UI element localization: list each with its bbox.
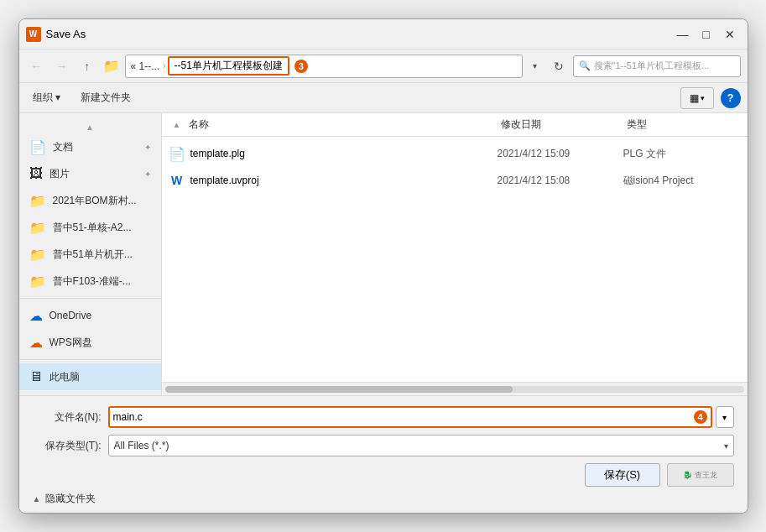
breadcrumb-badge: 3	[294, 60, 308, 73]
sidebar-label-pzh51: 普中51单片机开...	[53, 248, 151, 262]
breadcrumb-active-segment: --51单片机工程模板创建 3	[168, 56, 308, 76]
search-placeholder-text: 搜索"1--51单片机工程模板...	[594, 60, 710, 72]
wps-icon: ☁	[29, 335, 43, 351]
breadcrumb-bar[interactable]: « 1--... › --51单片机工程模板创建 3	[125, 55, 523, 78]
filetype-label: 保存类型(T):	[33, 439, 108, 453]
file-name-1: template.uvproj	[190, 175, 498, 186]
bottom-area: 文件名(N): 4 ▾ 保存类型(T): All Files (*.*) ▾ 保…	[19, 395, 748, 513]
horizontal-scrollbar[interactable]	[162, 382, 748, 395]
save-button[interactable]: 保存(S)	[585, 463, 660, 487]
sidebar-item-documents[interactable]: 📄 文档 ✦	[19, 133, 161, 160]
help-button[interactable]: ?	[721, 88, 741, 108]
refresh-button[interactable]: ↻	[548, 55, 570, 77]
sidebar-divider-2	[19, 359, 161, 360]
sidebar-item-wps[interactable]: ☁ WPS网盘	[19, 329, 161, 356]
folder-icon: 📁	[103, 58, 120, 74]
address-dropdown-button[interactable]: ▾	[526, 55, 545, 77]
filetype-dropdown[interactable]: All Files (*.*) ▾	[108, 435, 734, 456]
sidebar-label-onedrive: OneDrive	[50, 310, 151, 321]
sidebar-label-documents: 文档	[53, 140, 138, 154]
view-toggle-button[interactable]: ▦ ▾	[680, 87, 714, 109]
filetype-value: All Files (*.*)	[114, 440, 724, 451]
file-list-body: 📄 template.plg 2021/4/12 15:09 PLG 文件 W …	[162, 137, 748, 382]
sidebar-scroll-up[interactable]: ▲	[19, 120, 161, 133]
filetype-dropdown-arrow: ▾	[724, 441, 728, 451]
up-button[interactable]: ↑	[76, 55, 98, 77]
file-name-0: template.plg	[190, 148, 498, 159]
sidebar-item-thispc[interactable]: 🖥 此电脑	[19, 363, 161, 390]
window-controls: — □ ✕	[672, 23, 741, 45]
watermark: 🐉 查王龙	[667, 463, 734, 487]
pictures-icon: 🖼	[29, 166, 43, 181]
sidebar-item-pzh51a[interactable]: 📁 普中51-单核-A2...	[19, 214, 161, 241]
sidebar-label-bom2021: 2021年BOM新村...	[53, 194, 151, 208]
breadcrumb-active-text: --51单片机工程模板创建	[168, 56, 289, 76]
filename-wrapper: 4	[108, 406, 712, 428]
sort-arrow: ▲	[169, 120, 185, 129]
breadcrumb-segment-1: « 1--... ›	[131, 60, 168, 72]
new-folder-button[interactable]: 新建文件夹	[74, 87, 138, 109]
pzh51a-icon: 📁	[29, 220, 46, 236]
sidebar-item-pzhf103[interactable]: 📁 普中F103-准端-...	[19, 268, 161, 295]
watermark-icon: 🐉	[683, 471, 692, 479]
breadcrumb-text-1: « 1--...	[131, 60, 160, 72]
filetype-row: 保存类型(T): All Files (*.*) ▾	[33, 435, 734, 456]
column-header-date[interactable]: 修改日期	[498, 113, 623, 136]
footer-row: ▲ 隐藏文件夹	[33, 492, 734, 506]
view-dropdown-icon: ▾	[701, 94, 705, 102]
filename-label: 文件名(N):	[33, 410, 108, 425]
sidebar-label-thispc: 此电脑	[50, 370, 151, 384]
sidebar-item-pictures[interactable]: 🖼 图片 ✦	[19, 160, 161, 187]
thispc-icon: 🖥	[29, 369, 43, 384]
search-bar[interactable]: 🔍 搜索"1--51单片机工程模板...	[573, 55, 741, 77]
minimize-button[interactable]: —	[672, 23, 694, 45]
bottom-actions: 保存(S) 🐉 查王龙	[33, 463, 734, 487]
sidebar-label-pzh51a: 普中51-单核-A2...	[53, 221, 151, 235]
sidebar: ▲ 📄 文档 ✦ 🖼 图片 ✦ 📁 2021年BOM新村... 📁 普中51-单…	[19, 113, 162, 395]
maximize-button[interactable]: □	[696, 23, 717, 45]
sidebar-label-pictures: 图片	[50, 167, 138, 181]
file-type-1: 磁ision4 Project	[623, 174, 741, 188]
toolbar: 组织 ▾ 新建文件夹 ▦ ▾ ?	[19, 83, 748, 113]
file-date-1: 2021/4/12 15:08	[498, 175, 623, 186]
sidebar-item-onedrive[interactable]: ☁ OneDrive	[19, 302, 161, 329]
pzhf103-icon: 📁	[29, 274, 46, 289]
filename-badge: 4	[694, 410, 707, 424]
main-content: ▲ 📄 文档 ✦ 🖼 图片 ✦ 📁 2021年BOM新村... 📁 普中51-单…	[19, 113, 748, 395]
file-row-0[interactable]: 📄 template.plg 2021/4/12 15:09 PLG 文件	[162, 140, 748, 167]
column-header-type[interactable]: 类型	[623, 113, 741, 136]
file-area: ▲ 名称 修改日期 类型 📄 template.plg 2021/4/12 15…	[162, 113, 748, 395]
file-row-1[interactable]: W template.uvproj 2021/4/12 15:08 磁ision…	[162, 167, 748, 194]
sidebar-label-wps: WPS网盘	[50, 336, 151, 350]
organize-button[interactable]: 组织 ▾	[26, 87, 67, 109]
file-icon-1: W	[169, 172, 185, 189]
close-button[interactable]: ✕	[719, 23, 741, 45]
sidebar-item-bom2021[interactable]: 📁 2021年BOM新村...	[19, 187, 161, 214]
bom2021-icon: 📁	[29, 193, 46, 209]
address-bar: ← → ↑ 📁 « 1--... › --51单片机工程模板创建 3 ▾ ↻ 🔍…	[19, 50, 748, 83]
dialog-title: Save As	[46, 28, 672, 40]
forward-button[interactable]: →	[51, 55, 73, 77]
filename-input[interactable]	[113, 411, 690, 423]
file-icon-0: 📄	[169, 145, 185, 162]
view-icon: ▦	[690, 92, 699, 104]
search-icon: 🔍	[579, 60, 591, 71]
chevron-icon: ▲	[33, 494, 41, 503]
file-date-0: 2021/4/12 15:09	[498, 148, 623, 159]
sidebar-divider-1	[19, 298, 161, 299]
hide-folder-toggle[interactable]: ▲ 隐藏文件夹	[33, 492, 96, 506]
sidebar-item-pzh51[interactable]: 📁 普中51单片机开...	[19, 241, 161, 268]
documents-icon: 📄	[29, 139, 46, 155]
onedrive-icon: ☁	[29, 308, 43, 324]
back-button[interactable]: ←	[26, 55, 48, 77]
hide-folder-label: 隐藏文件夹	[45, 492, 96, 506]
pin-icon-pictures: ✦	[144, 170, 151, 179]
file-list-header: ▲ 名称 修改日期 类型	[162, 113, 748, 137]
filename-row: 文件名(N): 4 ▾	[33, 406, 734, 428]
column-header-name[interactable]: 名称	[185, 113, 498, 136]
pin-icon-documents: ✦	[144, 143, 151, 152]
file-type-0: PLG 文件	[623, 147, 741, 161]
watermark-text: 查王龙	[695, 471, 717, 479]
titlebar: W Save As — □ ✕	[19, 19, 748, 50]
filename-dropdown-button[interactable]: ▾	[716, 406, 734, 428]
